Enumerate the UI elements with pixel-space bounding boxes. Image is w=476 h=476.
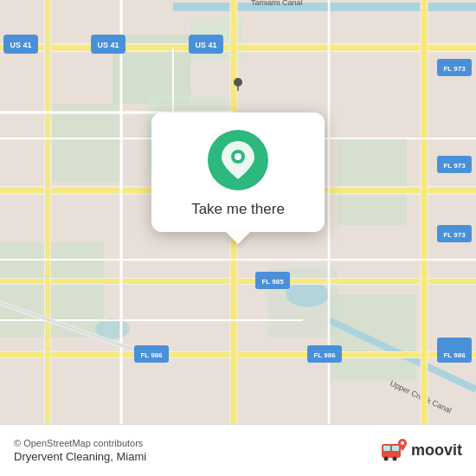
svg-text:US 41: US 41 <box>97 41 119 49</box>
svg-point-62 <box>235 153 241 160</box>
svg-text:FL 973: FL 973 <box>443 65 466 73</box>
svg-text:US 41: US 41 <box>10 41 31 49</box>
svg-point-67 <box>392 456 396 460</box>
svg-text:FL 986: FL 986 <box>313 351 336 359</box>
svg-text:Tamiami Canal: Tamiami Canal <box>251 0 303 7</box>
svg-rect-65 <box>392 446 399 451</box>
svg-text:FL 986: FL 986 <box>443 351 466 359</box>
popup-card[interactable]: Take me there <box>151 113 325 232</box>
svg-point-68 <box>401 441 404 445</box>
svg-rect-64 <box>383 446 390 451</box>
svg-text:FL 973: FL 973 <box>443 162 466 170</box>
svg-point-66 <box>383 456 388 460</box>
map-pin-circle <box>208 130 268 190</box>
svg-text:FL 973: FL 973 <box>443 231 466 239</box>
bottom-bar: © OpenStreetMap contributors Dryervent C… <box>0 424 476 476</box>
map-container: Tamiami Canal Upper Creek Canal <box>0 0 476 424</box>
svg-rect-4 <box>338 138 407 225</box>
location-pin-icon <box>222 141 254 179</box>
svg-text:FL 986: FL 986 <box>140 351 163 359</box>
svg-text:US 41: US 41 <box>195 41 216 49</box>
svg-text:FL 985: FL 985 <box>261 278 284 286</box>
svg-rect-2 <box>52 104 121 182</box>
attribution: © OpenStreetMap contributors <box>14 438 146 448</box>
moovit-logo: moovit <box>380 437 462 465</box>
location-info: Dryervent Cleaning, Miami <box>14 450 146 463</box>
svg-point-12 <box>286 281 329 307</box>
moovit-brand-label: moovit <box>411 441 462 460</box>
popup-label: Take me there <box>191 201 285 218</box>
moovit-icon <box>380 437 408 465</box>
